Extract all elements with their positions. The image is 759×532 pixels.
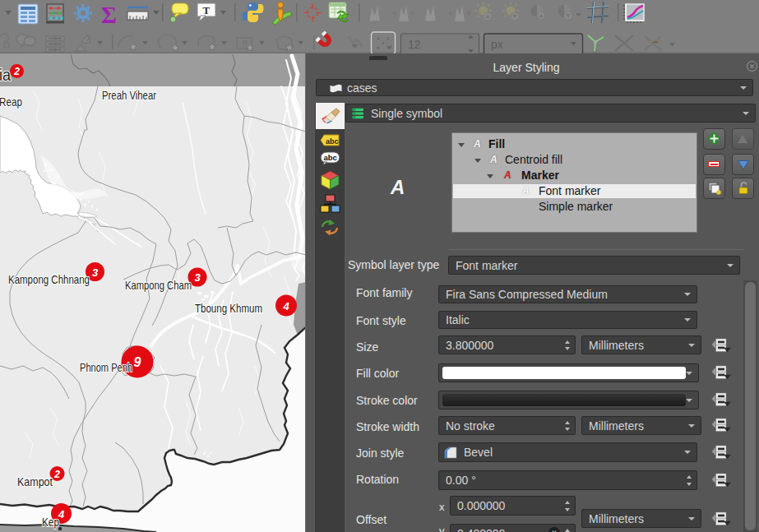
svg-text:3: 3 bbox=[194, 271, 201, 284]
svg-text:12: 12 bbox=[408, 38, 421, 51]
svg-text:2: 2 bbox=[53, 469, 60, 480]
svg-text:Tboung Khmum: Tboung Khmum bbox=[195, 302, 262, 315]
svg-text:abc: abc bbox=[326, 137, 339, 146]
svg-text:Kampot: Kampot bbox=[17, 475, 53, 488]
svg-text:3: 3 bbox=[92, 266, 99, 279]
svg-text:Phnom Penh: Phnom Penh bbox=[80, 361, 132, 374]
svg-text:abc: abc bbox=[324, 153, 337, 162]
svg-text:9: 9 bbox=[134, 355, 141, 369]
svg-text:T: T bbox=[203, 4, 211, 16]
svg-text:px: px bbox=[491, 38, 503, 51]
svg-text:Kampong Chhnang: Kampong Chhnang bbox=[8, 273, 90, 286]
svg-text:Σ: Σ bbox=[101, 2, 117, 28]
svg-text:2: 2 bbox=[13, 66, 20, 77]
svg-text:Kampong Cham: Kampong Cham bbox=[125, 279, 192, 292]
svg-text:Preah Vihear: Preah Vihear bbox=[102, 89, 156, 102]
svg-text:ia: ia bbox=[0, 65, 11, 84]
svg-text:4: 4 bbox=[282, 300, 289, 312]
svg-text:Kep: Kep bbox=[42, 516, 59, 529]
svg-text:Reap: Reap bbox=[0, 95, 22, 109]
